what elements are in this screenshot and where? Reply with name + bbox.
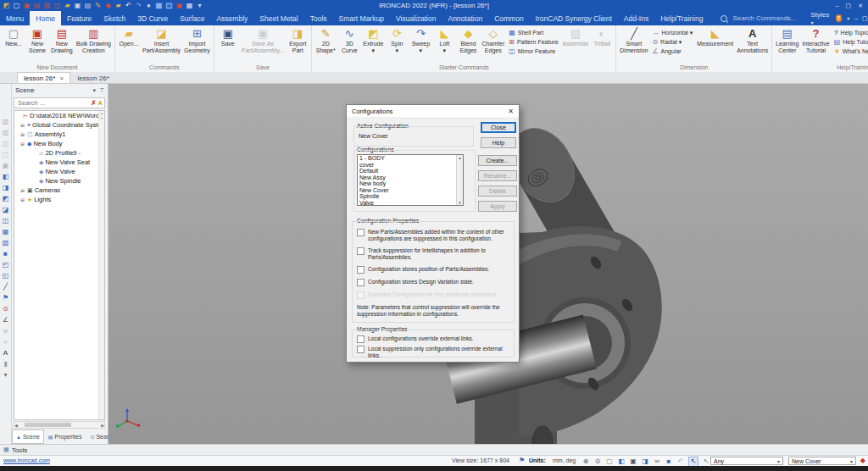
- search-input[interactable]: [731, 14, 810, 23]
- close-button[interactable]: ✕: [858, 3, 863, 9]
- save-button[interactable]: ▣ Save: [216, 26, 240, 55]
- tools-panel-bar[interactable]: ▦ Tools: [0, 444, 868, 455]
- configuration-list-item[interactable]: Spindle: [358, 193, 463, 200]
- property-checkbox-row[interactable]: Configuration stores position of Parts/A…: [357, 266, 509, 274]
- property-checkbox-row[interactable]: Configuration stores Design Variation st…: [357, 279, 509, 286]
- view-cube-icon-10[interactable]: ◱: [1, 272, 10, 281]
- zoom-in-icon[interactable]: ⊕: [581, 457, 590, 466]
- new-document-icon[interactable]: ▢: [13, 2, 20, 9]
- cube-outline-icon-5[interactable]: ▣: [1, 162, 10, 171]
- import-geometry-button[interactable]: ⊞ Import Geometry: [182, 26, 212, 55]
- loft-button[interactable]: ◣ Loft ▾: [432, 26, 456, 55]
- help-caret-icon[interactable]: ▾: [847, 15, 849, 21]
- configuration-list-item[interactable]: New Cover: [358, 187, 463, 194]
- view-cube-icon-1[interactable]: ◧: [1, 173, 10, 182]
- spectacles-icon[interactable]: ∞: [653, 457, 661, 466]
- render-mode-icon[interactable]: ▢: [605, 457, 614, 466]
- spin-button[interactable]: ⟳ Spin ▾: [385, 26, 409, 55]
- whats-new-button[interactable]: ★ What's New: [834, 47, 868, 55]
- compose-icon[interactable]: ◫: [53, 2, 61, 9]
- scene-search-input[interactable]: [16, 98, 79, 108]
- help-tutorials-button[interactable]: ▤ Help Tutorials: [834, 38, 868, 46]
- blend-edges-button[interactable]: ◆ Blend Edges: [456, 26, 480, 55]
- units-value[interactable]: mm, deg: [553, 457, 576, 463]
- list-scrollbar[interactable]: ▴▾: [456, 155, 463, 205]
- shell-part-button[interactable]: ▦ Shell Part: [509, 29, 558, 36]
- checkbox[interactable]: [357, 346, 364, 353]
- tree-item[interactable]: ▱ 2D Profile9 -: [14, 148, 104, 158]
- text-annotations-button[interactable]: A Text Annotations: [735, 26, 770, 55]
- previous-view-icon[interactable]: ↶: [676, 457, 685, 466]
- redo-icon[interactable]: ↷: [135, 2, 142, 9]
- tab-tools[interactable]: Tools: [304, 11, 333, 25]
- pin-icon[interactable]: ⊤: [99, 87, 104, 94]
- expand-icon[interactable]: ⊞: [20, 197, 27, 202]
- view-cube-icon[interactable]: ■: [665, 457, 673, 466]
- expand-icon[interactable]: ⊞: [20, 141, 27, 147]
- view-cube-icon-6[interactable]: ▦: [1, 228, 10, 237]
- configuration-combo[interactable]: New Cover▾: [788, 457, 856, 465]
- property-checkbox-row[interactable]: New Parts/Assemblies added within the co…: [357, 229, 509, 242]
- render-icon[interactable]: ✎: [94, 2, 102, 9]
- clock-icon-2[interactable]: ○: [1, 338, 10, 347]
- view-cube-icon-8[interactable]: ■: [1, 250, 10, 259]
- configuration-manager-icon[interactable]: ◆: [860, 457, 865, 464]
- open-icon[interactable]: ▰: [64, 2, 71, 9]
- doc-restore-button[interactable]: ▢: [862, 15, 868, 22]
- 2d-shape-button[interactable]: ✎ 2D Shape*: [314, 26, 337, 55]
- cube-outline-icon-3[interactable]: ◫: [1, 140, 10, 149]
- radial-dimension-side-icon[interactable]: ⊙: [1, 305, 10, 314]
- dialog-close-icon[interactable]: ✕: [508, 108, 514, 115]
- dialog-title-bar[interactable]: Configurations ✕: [347, 105, 519, 117]
- horizontal-dimension-button[interactable]: ↔ Horizontal ▾: [652, 29, 693, 36]
- learning-center-button[interactable]: ▤ Learning Center: [774, 26, 800, 55]
- clear-search-icon[interactable]: ✗: [91, 99, 96, 107]
- extrude-button[interactable]: ◩ Extrude ▾: [361, 26, 385, 55]
- view-cube-icon-7[interactable]: ▧: [1, 239, 10, 248]
- app-icon[interactable]: ◩: [3, 2, 10, 9]
- interactive-tutorial-button[interactable]: ? Interactive Tutorial: [800, 26, 831, 55]
- text-annotation-side-icon[interactable]: A: [1, 349, 10, 358]
- delete-button[interactable]: Delete: [478, 186, 517, 197]
- capture-icon[interactable]: ▣: [175, 2, 183, 9]
- create-button[interactable]: Create...: [478, 155, 517, 166]
- insert-part-button[interactable]: ◪ Insert Part/Assembly: [141, 26, 182, 55]
- clock-icon-1[interactable]: ○: [1, 327, 10, 336]
- camera-view-icon[interactable]: ▣: [629, 457, 637, 466]
- save-icon[interactable]: ▣: [74, 2, 81, 9]
- tab-feature[interactable]: Feature: [61, 11, 97, 25]
- rename-button[interactable]: Rename...: [478, 170, 517, 181]
- configuration-list-item[interactable]: Valve: [358, 200, 463, 207]
- tab-add-ins[interactable]: Add-Ins: [618, 11, 654, 25]
- selection-filter-combo[interactable]: Any▾: [710, 457, 783, 465]
- smart-dimension-side-icon[interactable]: ╱: [1, 283, 10, 292]
- command-search[interactable]: [721, 11, 810, 25]
- tab-close-icon[interactable]: ✕: [59, 75, 64, 81]
- checkbox[interactable]: [357, 335, 364, 343]
- configuration-list-item[interactable]: cover: [358, 162, 463, 169]
- expand-icon[interactable]: ⊞: [20, 131, 27, 137]
- tab-common[interactable]: Common: [488, 11, 529, 25]
- view-cube-icon-3[interactable]: ◩: [1, 195, 10, 204]
- checkbox[interactable]: [357, 229, 364, 236]
- document-tab-active[interactable]: lesson 26* ✕: [17, 72, 70, 83]
- filter-icon[interactable]: A: [98, 99, 103, 107]
- panel-tab-scene[interactable]: ▲ Scene: [12, 429, 44, 444]
- cube-outline-icon-4[interactable]: ▢: [1, 151, 10, 160]
- view-cube-icon-5[interactable]: ◫: [1, 217, 10, 226]
- help-icon[interactable]: ?: [836, 14, 843, 22]
- expand-icon[interactable]: ⊞: [20, 122, 27, 128]
- tab-smart-markup[interactable]: Smart Markup: [333, 11, 390, 25]
- configuration-list-item[interactable]: Default: [358, 168, 463, 175]
- property-checkbox-row[interactable]: Exploded Configuration for free position…: [357, 291, 509, 299]
- shaded-sphere-icon[interactable]: ●: [145, 2, 153, 9]
- cube-outline-icon-1[interactable]: ▧: [1, 118, 10, 127]
- configuration-list-item[interactable]: New body: [358, 180, 463, 187]
- apply-button[interactable]: Apply: [478, 201, 517, 212]
- view-cube-icon-4[interactable]: ◪: [1, 206, 10, 215]
- tab-home[interactable]: Home: [30, 11, 61, 25]
- tree-item[interactable]: ⊞ ▣ Cameras: [14, 186, 104, 195]
- dimension-flag-icon[interactable]: ⚑: [1, 294, 10, 303]
- new-button[interactable]: ▢ New...: [2, 26, 25, 55]
- checkbox[interactable]: [357, 279, 364, 286]
